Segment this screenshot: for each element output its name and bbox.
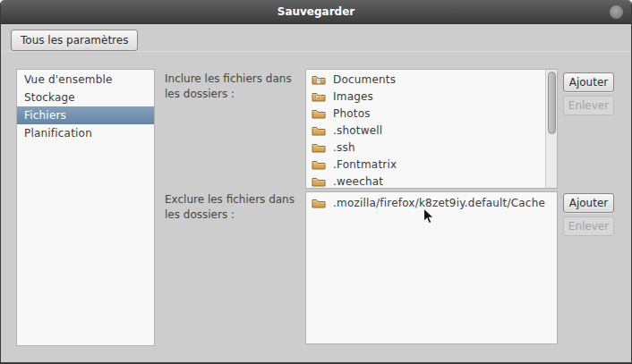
exclude-folders-list[interactable]: .mozilla/firefox/k8zet9iy.default/Cache bbox=[305, 191, 558, 344]
titlebar[interactable]: Sauvegarder bbox=[1, 0, 631, 24]
include-remove-button[interactable]: Enlever bbox=[563, 96, 614, 115]
folder-label: .shotwell bbox=[333, 124, 382, 137]
exclude-label: Exclure les fichiers dans les dossiers : bbox=[165, 192, 301, 223]
scrollbar-thumb[interactable] bbox=[548, 72, 556, 134]
folder-label: .mozilla/firefox/k8zet9iy.default/Cache bbox=[333, 197, 545, 209]
sidebar-item-planification[interactable]: Planification bbox=[17, 124, 154, 142]
folder-label: Documents bbox=[333, 73, 396, 86]
include-add-button[interactable]: Ajouter bbox=[563, 72, 614, 92]
folder-row[interactable]: Documents bbox=[306, 71, 545, 88]
toolbar-separator bbox=[1, 51, 631, 52]
folder-row[interactable]: .shotwell bbox=[306, 122, 545, 139]
close-button[interactable] bbox=[610, 5, 623, 19]
folder-icon bbox=[312, 175, 326, 188]
folder-row[interactable]: Photos bbox=[306, 105, 545, 122]
include-list-scrollbar[interactable] bbox=[545, 70, 557, 188]
folder-label: Photos bbox=[333, 107, 371, 120]
folder-label: .weechat bbox=[333, 175, 383, 188]
include-folders-list[interactable]: DocumentsImagesPhotos.shotwell.ssh.Fontm… bbox=[305, 69, 558, 189]
folder-row[interactable]: Images bbox=[306, 88, 545, 105]
sidebar-item-fichiers[interactable]: Fichiers bbox=[17, 106, 154, 124]
all-settings-button[interactable]: Tous les paramètres bbox=[11, 30, 138, 51]
folder-row[interactable]: .mozilla/firefox/k8zet9iy.default/Cache bbox=[306, 194, 557, 211]
include-label: Inclure les fichiers dans les dossiers : bbox=[165, 72, 301, 102]
folder-icon bbox=[312, 107, 326, 120]
folder-label: .Fontmatrix bbox=[333, 158, 397, 171]
window-title: Sauvegarder bbox=[1, 0, 631, 23]
exclude-remove-button[interactable]: Enlever bbox=[563, 216, 614, 236]
folder-icon bbox=[312, 141, 326, 154]
exclude-add-button[interactable]: Ajouter bbox=[563, 193, 614, 213]
folder-row[interactable]: .Fontmatrix bbox=[306, 156, 545, 173]
folder-documents-icon bbox=[312, 73, 326, 86]
folder-label: Images bbox=[333, 90, 373, 103]
settings-sidebar[interactable]: Vue d'ensembleStockageFichiersPlanificat… bbox=[16, 69, 155, 346]
sidebar-item-stockage[interactable]: Stockage bbox=[17, 89, 154, 106]
folder-icon bbox=[312, 158, 326, 171]
folder-label: .ssh bbox=[333, 141, 355, 154]
folder-icon bbox=[312, 124, 326, 137]
folder-row[interactable]: .ssh bbox=[306, 139, 545, 156]
folder-row[interactable]: .weechat bbox=[306, 173, 545, 189]
folder-images-icon bbox=[312, 90, 326, 103]
sidebar-item-vue-d-ensemble[interactable]: Vue d'ensemble bbox=[17, 71, 154, 89]
folder-icon bbox=[312, 197, 326, 209]
backup-settings-window: Sauvegarder Tous les paramètres Vue d'en… bbox=[0, 0, 632, 364]
